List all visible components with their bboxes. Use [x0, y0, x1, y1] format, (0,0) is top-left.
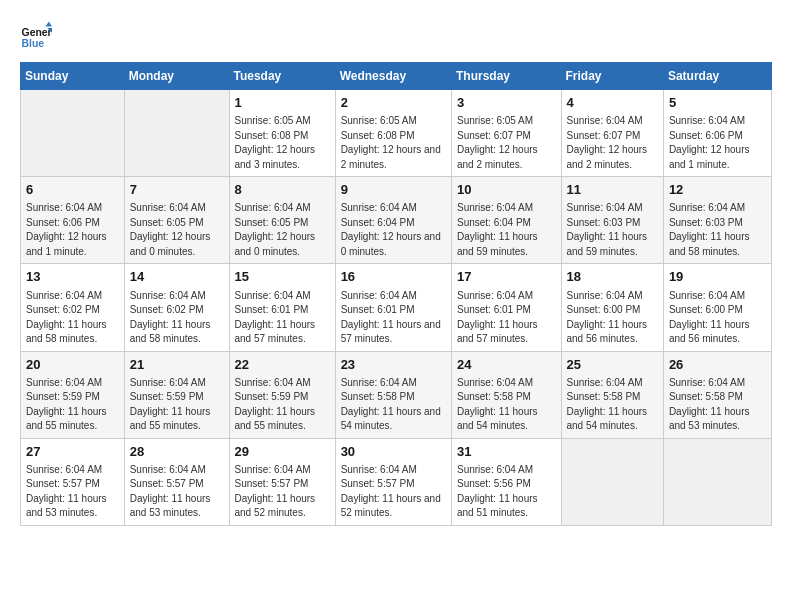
day-info: Sunrise: 6:04 AM Sunset: 6:02 PM Dayligh… [26, 289, 119, 347]
day-number: 17 [457, 268, 556, 286]
day-number: 19 [669, 268, 766, 286]
day-number: 9 [341, 181, 446, 199]
day-number: 27 [26, 443, 119, 461]
calendar-cell: 22Sunrise: 6:04 AM Sunset: 5:59 PM Dayli… [229, 351, 335, 438]
day-info: Sunrise: 6:04 AM Sunset: 5:59 PM Dayligh… [235, 376, 330, 434]
day-number: 18 [567, 268, 658, 286]
day-info: Sunrise: 6:05 AM Sunset: 6:08 PM Dayligh… [235, 114, 330, 172]
day-info: Sunrise: 6:04 AM Sunset: 6:01 PM Dayligh… [457, 289, 556, 347]
day-info: Sunrise: 6:04 AM Sunset: 6:02 PM Dayligh… [130, 289, 224, 347]
calendar-cell: 14Sunrise: 6:04 AM Sunset: 6:02 PM Dayli… [124, 264, 229, 351]
day-info: Sunrise: 6:04 AM Sunset: 5:58 PM Dayligh… [669, 376, 766, 434]
calendar-cell: 11Sunrise: 6:04 AM Sunset: 6:03 PM Dayli… [561, 177, 663, 264]
calendar-week-row: 1Sunrise: 6:05 AM Sunset: 6:08 PM Daylig… [21, 90, 772, 177]
calendar-cell: 9Sunrise: 6:04 AM Sunset: 6:04 PM Daylig… [335, 177, 451, 264]
day-info: Sunrise: 6:04 AM Sunset: 6:04 PM Dayligh… [341, 201, 446, 259]
day-number: 2 [341, 94, 446, 112]
weekday-header: Tuesday [229, 63, 335, 90]
calendar-cell: 24Sunrise: 6:04 AM Sunset: 5:58 PM Dayli… [451, 351, 561, 438]
calendar-cell: 8Sunrise: 6:04 AM Sunset: 6:05 PM Daylig… [229, 177, 335, 264]
day-number: 28 [130, 443, 224, 461]
weekday-header: Monday [124, 63, 229, 90]
day-info: Sunrise: 6:04 AM Sunset: 6:06 PM Dayligh… [26, 201, 119, 259]
calendar-body: 1Sunrise: 6:05 AM Sunset: 6:08 PM Daylig… [21, 90, 772, 526]
day-info: Sunrise: 6:04 AM Sunset: 6:07 PM Dayligh… [567, 114, 658, 172]
calendar-cell: 30Sunrise: 6:04 AM Sunset: 5:57 PM Dayli… [335, 438, 451, 525]
day-number: 4 [567, 94, 658, 112]
calendar-cell: 16Sunrise: 6:04 AM Sunset: 6:01 PM Dayli… [335, 264, 451, 351]
weekday-header: Thursday [451, 63, 561, 90]
day-info: Sunrise: 6:04 AM Sunset: 5:57 PM Dayligh… [130, 463, 224, 521]
day-number: 21 [130, 356, 224, 374]
day-info: Sunrise: 6:04 AM Sunset: 6:00 PM Dayligh… [669, 289, 766, 347]
calendar-cell: 7Sunrise: 6:04 AM Sunset: 6:05 PM Daylig… [124, 177, 229, 264]
day-info: Sunrise: 6:04 AM Sunset: 5:59 PM Dayligh… [130, 376, 224, 434]
day-number: 29 [235, 443, 330, 461]
day-number: 7 [130, 181, 224, 199]
day-number: 15 [235, 268, 330, 286]
svg-text:Blue: Blue [22, 38, 45, 49]
day-number: 26 [669, 356, 766, 374]
day-number: 3 [457, 94, 556, 112]
day-info: Sunrise: 6:04 AM Sunset: 5:57 PM Dayligh… [341, 463, 446, 521]
calendar-cell: 20Sunrise: 6:04 AM Sunset: 5:59 PM Dayli… [21, 351, 125, 438]
calendar-cell: 2Sunrise: 6:05 AM Sunset: 6:08 PM Daylig… [335, 90, 451, 177]
calendar-cell: 28Sunrise: 6:04 AM Sunset: 5:57 PM Dayli… [124, 438, 229, 525]
day-number: 20 [26, 356, 119, 374]
calendar-cell: 6Sunrise: 6:04 AM Sunset: 6:06 PM Daylig… [21, 177, 125, 264]
day-info: Sunrise: 6:04 AM Sunset: 6:05 PM Dayligh… [130, 201, 224, 259]
calendar-cell: 31Sunrise: 6:04 AM Sunset: 5:56 PM Dayli… [451, 438, 561, 525]
day-number: 6 [26, 181, 119, 199]
day-info: Sunrise: 6:04 AM Sunset: 6:03 PM Dayligh… [567, 201, 658, 259]
day-number: 25 [567, 356, 658, 374]
day-info: Sunrise: 6:05 AM Sunset: 6:07 PM Dayligh… [457, 114, 556, 172]
weekday-header: Saturday [663, 63, 771, 90]
day-number: 31 [457, 443, 556, 461]
calendar-cell [561, 438, 663, 525]
logo-icon: General Blue [20, 20, 52, 52]
day-number: 23 [341, 356, 446, 374]
calendar-week-row: 27Sunrise: 6:04 AM Sunset: 5:57 PM Dayli… [21, 438, 772, 525]
day-info: Sunrise: 6:04 AM Sunset: 5:57 PM Dayligh… [235, 463, 330, 521]
day-info: Sunrise: 6:04 AM Sunset: 5:56 PM Dayligh… [457, 463, 556, 521]
day-number: 16 [341, 268, 446, 286]
calendar-table: SundayMondayTuesdayWednesdayThursdayFrid… [20, 62, 772, 526]
calendar-cell [21, 90, 125, 177]
calendar-cell: 19Sunrise: 6:04 AM Sunset: 6:00 PM Dayli… [663, 264, 771, 351]
calendar-cell: 5Sunrise: 6:04 AM Sunset: 6:06 PM Daylig… [663, 90, 771, 177]
svg-text:General: General [22, 27, 52, 38]
calendar-cell: 12Sunrise: 6:04 AM Sunset: 6:03 PM Dayli… [663, 177, 771, 264]
day-info: Sunrise: 6:04 AM Sunset: 5:57 PM Dayligh… [26, 463, 119, 521]
day-number: 5 [669, 94, 766, 112]
day-info: Sunrise: 6:05 AM Sunset: 6:08 PM Dayligh… [341, 114, 446, 172]
svg-marker-2 [46, 22, 52, 27]
day-number: 12 [669, 181, 766, 199]
logo: General Blue [20, 20, 52, 52]
calendar-cell: 10Sunrise: 6:04 AM Sunset: 6:04 PM Dayli… [451, 177, 561, 264]
calendar-cell: 27Sunrise: 6:04 AM Sunset: 5:57 PM Dayli… [21, 438, 125, 525]
day-number: 8 [235, 181, 330, 199]
calendar-cell: 4Sunrise: 6:04 AM Sunset: 6:07 PM Daylig… [561, 90, 663, 177]
day-number: 13 [26, 268, 119, 286]
day-info: Sunrise: 6:04 AM Sunset: 5:58 PM Dayligh… [341, 376, 446, 434]
calendar-cell: 26Sunrise: 6:04 AM Sunset: 5:58 PM Dayli… [663, 351, 771, 438]
calendar-cell: 1Sunrise: 6:05 AM Sunset: 6:08 PM Daylig… [229, 90, 335, 177]
day-number: 30 [341, 443, 446, 461]
day-info: Sunrise: 6:04 AM Sunset: 6:00 PM Dayligh… [567, 289, 658, 347]
day-info: Sunrise: 6:04 AM Sunset: 5:58 PM Dayligh… [567, 376, 658, 434]
day-info: Sunrise: 6:04 AM Sunset: 6:03 PM Dayligh… [669, 201, 766, 259]
calendar-cell: 29Sunrise: 6:04 AM Sunset: 5:57 PM Dayli… [229, 438, 335, 525]
page-header: General Blue [20, 20, 772, 52]
calendar-cell: 18Sunrise: 6:04 AM Sunset: 6:00 PM Dayli… [561, 264, 663, 351]
calendar-cell: 21Sunrise: 6:04 AM Sunset: 5:59 PM Dayli… [124, 351, 229, 438]
day-info: Sunrise: 6:04 AM Sunset: 6:01 PM Dayligh… [341, 289, 446, 347]
day-number: 14 [130, 268, 224, 286]
day-number: 10 [457, 181, 556, 199]
calendar-week-row: 13Sunrise: 6:04 AM Sunset: 6:02 PM Dayli… [21, 264, 772, 351]
day-number: 1 [235, 94, 330, 112]
day-info: Sunrise: 6:04 AM Sunset: 6:05 PM Dayligh… [235, 201, 330, 259]
calendar-week-row: 6Sunrise: 6:04 AM Sunset: 6:06 PM Daylig… [21, 177, 772, 264]
calendar-week-row: 20Sunrise: 6:04 AM Sunset: 5:59 PM Dayli… [21, 351, 772, 438]
calendar-cell: 15Sunrise: 6:04 AM Sunset: 6:01 PM Dayli… [229, 264, 335, 351]
calendar-cell: 3Sunrise: 6:05 AM Sunset: 6:07 PM Daylig… [451, 90, 561, 177]
